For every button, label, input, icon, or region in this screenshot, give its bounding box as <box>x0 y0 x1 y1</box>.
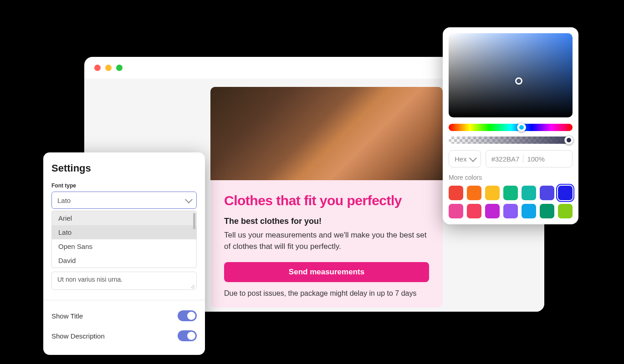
color-saturation-canvas[interactable] <box>449 33 573 117</box>
swatch-grid <box>449 186 573 218</box>
color-format-value: Hex <box>455 155 467 163</box>
promo-note: Due to post issues, the package might de… <box>224 289 429 298</box>
color-swatch[interactable] <box>467 204 481 218</box>
color-input-row: Hex #322BA7 100% <box>449 150 573 167</box>
alpha-slider[interactable] <box>449 136 573 144</box>
font-type-label: Font type <box>51 182 197 189</box>
color-swatch[interactable] <box>522 186 536 200</box>
description-textarea[interactable]: Ut non varius nisi urna. <box>51 272 197 290</box>
alpha-slider-thumb[interactable] <box>564 136 573 145</box>
color-swatch[interactable] <box>540 186 554 200</box>
settings-panel: Settings Font type Lato Ariel Lato Open … <box>43 152 205 355</box>
promo-hero-image <box>210 87 443 180</box>
close-window-button[interactable] <box>94 65 101 71</box>
font-type-value: Lato <box>57 197 71 204</box>
font-type-dropdown: Ariel Lato Open Sans David <box>51 211 197 268</box>
show-description-label: Show Description <box>51 332 105 340</box>
chevron-down-icon <box>185 196 193 203</box>
hue-slider[interactable] <box>449 124 573 131</box>
show-description-toggle[interactable] <box>178 330 197 341</box>
promo-subtitle: The best clothes for you! <box>224 217 429 226</box>
show-title-label: Show Title <box>51 312 83 320</box>
color-picker-panel: Hex #322BA7 100% More colors <box>443 27 578 224</box>
color-swatch[interactable] <box>467 186 481 200</box>
color-swatch[interactable] <box>485 204 500 218</box>
minimize-window-button[interactable] <box>105 65 112 71</box>
color-swatch[interactable] <box>558 204 573 218</box>
show-title-row: Show Title <box>43 306 205 326</box>
show-description-row: Show Description <box>43 326 205 346</box>
color-canvas-marker[interactable] <box>515 77 522 85</box>
font-option-lato[interactable]: Lato <box>52 225 196 239</box>
send-measurements-button[interactable]: Send measurements <box>224 262 429 282</box>
hue-slider-thumb[interactable] <box>517 123 526 132</box>
input-separator <box>523 155 523 163</box>
resize-handle-icon[interactable] <box>190 283 195 288</box>
settings-divider <box>43 300 205 300</box>
opacity-value: 100% <box>527 155 544 163</box>
settings-title: Settings <box>43 162 205 174</box>
promo-title: Clothes that fit you perfectly <box>224 193 429 208</box>
dropdown-scrollbar[interactable] <box>193 213 195 229</box>
hex-value: #322BA7 <box>491 155 520 163</box>
font-option-open-sans[interactable]: Open Sans <box>52 239 196 253</box>
font-option-david[interactable]: David <box>52 253 196 268</box>
color-swatch[interactable] <box>503 204 518 218</box>
font-type-select[interactable]: Lato <box>51 192 197 209</box>
color-swatch[interactable] <box>522 204 536 218</box>
show-title-toggle[interactable] <box>178 310 197 321</box>
hex-input[interactable]: #322BA7 100% <box>486 150 573 167</box>
color-swatch[interactable] <box>558 186 573 200</box>
font-option-ariel[interactable]: Ariel <box>52 211 196 225</box>
textarea-value: Ut non varius nisi urna. <box>57 276 123 283</box>
promo-description: Tell us your measurements and we'll make… <box>224 230 429 252</box>
maximize-window-button[interactable] <box>116 65 123 71</box>
color-swatch[interactable] <box>485 186 500 200</box>
promo-card: Clothes that fit you perfectly The best … <box>210 87 443 308</box>
color-format-select[interactable]: Hex <box>449 150 481 167</box>
color-swatch[interactable] <box>449 204 463 218</box>
chevron-down-icon <box>469 154 477 162</box>
color-swatch[interactable] <box>449 186 463 200</box>
color-swatch[interactable] <box>540 204 554 218</box>
more-colors-label: More colors <box>449 174 573 181</box>
promo-card-body: Clothes that fit you perfectly The best … <box>210 180 443 308</box>
color-swatch[interactable] <box>503 186 518 200</box>
